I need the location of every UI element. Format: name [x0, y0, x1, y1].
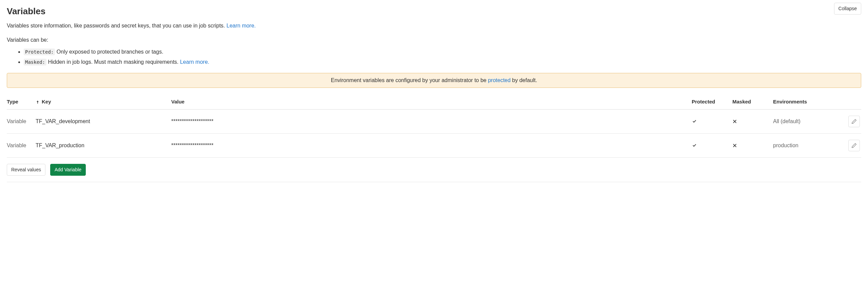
x-icon [732, 119, 770, 124]
cell-masked [732, 110, 773, 134]
x-icon [732, 143, 770, 148]
th-key[interactable]: Key [36, 94, 171, 110]
protected-desc: Only exposed to protected branches or ta… [55, 49, 163, 55]
collapse-button[interactable]: Collapse [834, 3, 861, 15]
variables-table: Type Key Value Protected Masked Environm… [7, 94, 861, 158]
pencil-icon [851, 143, 857, 148]
check-icon [692, 119, 729, 124]
reveal-values-button[interactable]: Reveal values [7, 164, 45, 176]
description-text: Variables store information, like passwo… [7, 23, 226, 28]
sort-asc-icon [36, 100, 40, 104]
cell-masked [732, 134, 773, 158]
cell-key: TF_VAR_development [36, 110, 171, 134]
cell-value: ******************** [171, 110, 692, 134]
cell-type: Variable [7, 134, 36, 158]
th-actions [844, 94, 861, 110]
edit-button[interactable] [848, 116, 860, 127]
th-type[interactable]: Type [7, 94, 36, 110]
table-row: VariableTF_VAR_development**************… [7, 110, 861, 134]
th-key-label: Key [42, 99, 51, 104]
learn-more-link[interactable]: Learn more. [226, 23, 256, 28]
check-icon [692, 143, 729, 148]
protected-label: Protected: [24, 49, 55, 55]
table-row: VariableTF_VAR_production***************… [7, 134, 861, 158]
table-footer: Reveal values Add Variable [7, 158, 861, 182]
cell-type: Variable [7, 110, 36, 134]
th-environments[interactable]: Environments [773, 94, 844, 110]
th-value[interactable]: Value [171, 94, 692, 110]
edit-button[interactable] [848, 140, 860, 151]
cell-actions [844, 134, 861, 158]
masked-desc: Hidden in job logs. Must match masking r… [46, 59, 180, 65]
admin-alert: Environment variables are configured by … [7, 73, 861, 88]
page-title: Variables [7, 6, 45, 17]
learn-more-link[interactable]: Learn more. [180, 59, 209, 65]
alert-suffix: by default. [511, 77, 537, 83]
cell-key: TF_VAR_production [36, 134, 171, 158]
cell-actions [844, 110, 861, 134]
list-item: Protected: Only exposed to protected bra… [24, 48, 861, 56]
variable-types-list: Protected: Only exposed to protected bra… [7, 48, 861, 66]
add-variable-button[interactable]: Add Variable [50, 164, 86, 176]
section-description: Variables store information, like passwo… [7, 23, 861, 29]
alert-prefix: Environment variables are configured by … [331, 77, 488, 83]
cell-protected [692, 134, 732, 158]
cell-environments: All (default) [773, 110, 844, 134]
masked-label: Masked: [24, 59, 46, 65]
alert-link[interactable]: protected [488, 77, 511, 83]
types-intro: Variables can be: [7, 37, 861, 43]
cell-value: ******************** [171, 134, 692, 158]
cell-protected [692, 110, 732, 134]
list-item: Masked: Hidden in job logs. Must match m… [24, 58, 861, 66]
cell-environments: production [773, 134, 844, 158]
th-masked[interactable]: Masked [732, 94, 773, 110]
pencil-icon [851, 119, 857, 124]
th-protected[interactable]: Protected [692, 94, 732, 110]
